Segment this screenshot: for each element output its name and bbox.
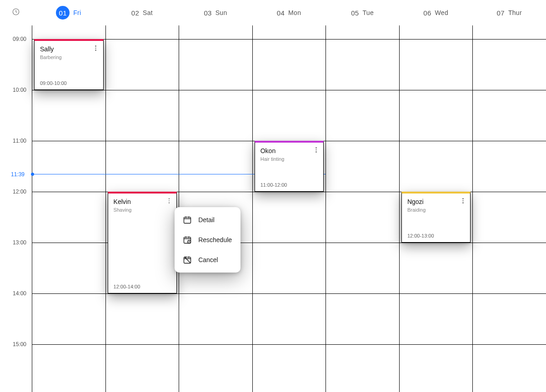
event-card[interactable]: KelvinShaving12:00-14:00 — [108, 192, 177, 293]
day-number: 07 — [497, 9, 505, 17]
calendar: 01Fri02Sat03Sun04Mon05Tue06Wed07Thur 09:… — [0, 0, 546, 392]
more-icon[interactable] — [165, 197, 173, 204]
calendar-grid: 09:0010:0011:0012:0013:0014:0015:00 Sall… — [0, 25, 546, 392]
day-name: Thur — [508, 9, 522, 16]
day-name: Sun — [215, 9, 227, 16]
event-title: Ngozi — [407, 198, 465, 205]
day-column[interactable]: NgoziBraiding12:00-13:00 — [399, 25, 473, 392]
day-header-cell[interactable]: 07Thur — [472, 9, 546, 17]
day-number: 04 — [277, 9, 285, 17]
day-column[interactable] — [472, 25, 546, 392]
day-header-cell[interactable]: 04Mon — [252, 9, 326, 17]
day-name: Mon — [288, 9, 301, 16]
day-number: 03 — [204, 9, 211, 17]
svg-rect-1 — [184, 217, 191, 223]
event-card[interactable]: OkonHair tinting11:00-12:00 — [255, 141, 324, 192]
day-name: Wed — [435, 9, 448, 16]
day-number: 01 — [59, 9, 67, 17]
day-column[interactable] — [326, 25, 399, 392]
menu-item-label: Detail — [198, 216, 215, 223]
day-column[interactable]: SallyBarbering09:00-10:00 — [32, 25, 105, 392]
menu-item-detail[interactable]: Detail — [175, 210, 240, 230]
event-context-menu: DetailRescheduleCancel — [175, 207, 240, 273]
day-header-cell[interactable]: 02Sat — [105, 9, 179, 17]
day-name: Sat — [143, 9, 153, 16]
time-label: 09:00 — [13, 36, 26, 42]
more-icon[interactable] — [312, 146, 320, 154]
day-number: 02 — [131, 9, 139, 17]
time-label: 11:00 — [13, 138, 26, 144]
menu-item-reschedule[interactable]: Reschedule — [175, 230, 240, 250]
event-title: Okon — [260, 147, 318, 154]
day-header-cell[interactable]: 05Tue — [326, 9, 399, 17]
day-header-row: 01Fri02Sat03Sun04Mon05Tue06Wed07Thur — [0, 0, 546, 25]
menu-item-cancel[interactable]: Cancel — [175, 250, 240, 270]
time-label: 12:00 — [13, 189, 26, 195]
day-columns: SallyBarbering09:00-10:00KelvinShaving12… — [32, 25, 546, 392]
time-label: 10:00 — [13, 87, 26, 93]
event-card[interactable]: SallyBarbering09:00-10:00 — [34, 39, 104, 90]
calendar-clock-icon — [183, 235, 192, 244]
day-header-cell[interactable]: 01Fri — [32, 6, 105, 20]
event-time: 12:00-14:00 — [114, 284, 171, 289]
day-column[interactable]: KelvinShaving12:00-14:00DetailReschedule… — [105, 25, 179, 392]
event-subtitle: Shaving — [114, 207, 171, 213]
time-label: 15:00 — [13, 341, 26, 347]
clock-icon — [12, 8, 20, 18]
event-title: Kelvin — [114, 198, 171, 205]
day-name: Fri — [73, 9, 81, 16]
now-indicator-label: 11:39 — [11, 171, 25, 178]
event-subtitle: Braiding — [407, 207, 465, 213]
menu-item-label: Reschedule — [198, 236, 232, 243]
calendar-icon — [183, 215, 192, 224]
day-number: 05 — [351, 9, 359, 17]
day-name: Tue — [362, 9, 374, 16]
time-column-header — [0, 8, 32, 18]
menu-item-label: Cancel — [198, 256, 218, 263]
more-icon[interactable] — [459, 197, 466, 204]
event-time: 11:00-12:00 — [260, 182, 318, 188]
calendar-cancel-icon — [183, 255, 192, 264]
event-time: 12:00-13:00 — [407, 233, 465, 238]
event-title: Sally — [40, 45, 98, 53]
day-column[interactable]: OkonHair tinting11:00-12:00 — [252, 25, 326, 392]
day-header-cell[interactable]: 06Wed — [399, 9, 473, 17]
event-subtitle: Hair tinting — [260, 156, 318, 162]
event-subtitle: Barbering — [40, 55, 98, 60]
event-time: 09:00-10:00 — [40, 80, 98, 86]
more-icon[interactable] — [92, 45, 100, 52]
day-header-cell[interactable]: 03Sun — [179, 9, 252, 17]
time-label: 14:00 — [13, 290, 26, 297]
time-label: 13:00 — [13, 239, 26, 246]
event-card[interactable]: NgoziBraiding12:00-13:00 — [401, 192, 471, 243]
day-number: 06 — [423, 9, 431, 17]
time-labels: 09:0010:0011:0012:0013:0014:0015:00 — [0, 25, 32, 392]
